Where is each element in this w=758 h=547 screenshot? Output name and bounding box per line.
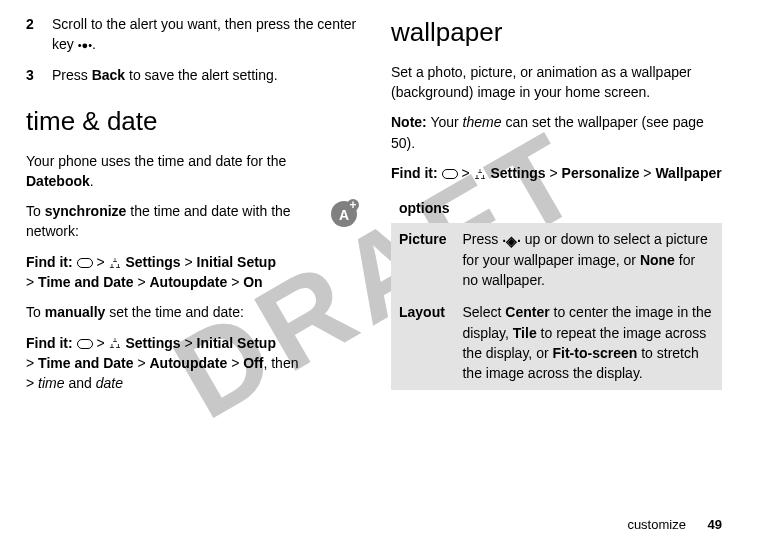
settings-icon: ⛼ <box>109 257 122 270</box>
date-placeholder: date <box>96 375 123 391</box>
find-it-wallpaper: Find it: > ⛼ Settings > Personalize > Wa… <box>391 163 722 183</box>
personalize-label: Personalize <box>562 165 640 181</box>
table-row: Layout Select Center to center the image… <box>391 296 722 389</box>
step-text: Scroll to the alert you want, then press… <box>52 14 357 55</box>
text: . <box>92 36 96 52</box>
gt: > <box>461 165 469 181</box>
text: . <box>90 173 94 189</box>
time-placeholder: time <box>38 375 64 391</box>
center-label: Center <box>505 304 549 320</box>
gt: > <box>550 165 558 181</box>
text: to save the alert setting. <box>125 67 278 83</box>
gt: > <box>185 335 193 351</box>
gt: > <box>26 355 34 371</box>
find-it-label: Find it: <box>26 335 73 351</box>
autoupdate-label: Autoupdate <box>149 274 227 290</box>
gt: > <box>96 254 104 270</box>
fit-to-screen-label: Fit-to-screen <box>552 345 637 361</box>
page-content: 2 Scroll to the alert you want, then pre… <box>0 0 758 418</box>
section-name: customize <box>627 517 686 532</box>
right-column: wallpaper Set a photo, picture, or anima… <box>391 14 722 404</box>
initial-setup-label: Initial Setup <box>197 335 276 351</box>
text: Your phone uses the time and date for th… <box>26 153 286 169</box>
wallpaper-heading: wallpaper <box>391 14 722 52</box>
layout-desc: Select Center to center the image in the… <box>454 296 722 389</box>
gt: > <box>26 274 34 290</box>
layout-key: Layout <box>391 296 454 389</box>
menu-key-icon <box>77 339 93 349</box>
gt: > <box>96 335 104 351</box>
page-number: 49 <box>708 517 722 532</box>
datebook-label: Datebook <box>26 173 90 189</box>
settings-label: Settings <box>125 335 180 351</box>
step-3: 3 Press Back to save the alert setting. <box>26 65 357 85</box>
gt: > <box>231 274 239 290</box>
table-row: Picture Press ·◈· up or down to select a… <box>391 223 722 296</box>
initial-setup-label: Initial Setup <box>197 254 276 270</box>
time-and-date-label: Time and Date <box>38 355 133 371</box>
time-date-intro: Your phone uses the time and date for th… <box>26 151 357 192</box>
text: Press <box>462 231 502 247</box>
off-label: Off <box>243 355 263 371</box>
left-column: 2 Scroll to the alert you want, then pre… <box>26 14 357 404</box>
wallpaper-label: Wallpaper <box>655 165 721 181</box>
menu-key-icon <box>77 258 93 268</box>
text: Press <box>52 67 92 83</box>
time-and-date-label: Time and Date <box>38 274 133 290</box>
manually-word: manually <box>45 304 106 320</box>
page-footer: customize 49 <box>627 516 722 535</box>
text: Your <box>427 114 463 130</box>
network-feature-icon: A <box>331 201 357 227</box>
center-key-icon: •●• <box>78 40 92 51</box>
step-number: 2 <box>26 14 40 55</box>
wallpaper-note: Note: Your theme can set the wallpaper (… <box>391 112 722 153</box>
settings-icon: ⛼ <box>474 168 487 181</box>
gt: > <box>231 355 239 371</box>
gt: > <box>643 165 651 181</box>
options-header: options <box>391 193 722 223</box>
menu-key-icon <box>442 169 458 179</box>
text: set the time and date: <box>105 304 244 320</box>
note-label: Note: <box>391 114 427 130</box>
find-it-autoupdate-on: Find it: > ⛼ Settings > Initial Setup > … <box>26 252 357 293</box>
none-label: None <box>640 252 675 268</box>
options-table: options Picture Press ·◈· up or down to … <box>391 193 722 389</box>
theme-word: theme <box>463 114 502 130</box>
settings-icon: ⛼ <box>109 337 122 350</box>
options-header-row: options <box>391 193 722 223</box>
on-label: On <box>243 274 262 290</box>
picture-key: Picture <box>391 223 454 296</box>
find-it-autoupdate-off: Find it: > ⛼ Settings > Initial Setup > … <box>26 333 357 394</box>
manually-paragraph: To manually set the time and date: <box>26 302 357 322</box>
gt: > <box>26 375 34 391</box>
settings-label: Settings <box>125 254 180 270</box>
autoupdate-label: Autoupdate <box>149 355 227 371</box>
picture-desc: Press ·◈· up or down to select a picture… <box>454 223 722 296</box>
wallpaper-intro: Set a photo, picture, or animation as a … <box>391 62 722 103</box>
text: To <box>26 203 45 219</box>
find-it-label: Find it: <box>26 254 73 270</box>
synchronize-paragraph: A To synchronize the time and date with … <box>26 201 357 242</box>
step-2: 2 Scroll to the alert you want, then pre… <box>26 14 357 55</box>
gt: > <box>137 355 145 371</box>
step-text: Press Back to save the alert setting. <box>52 65 357 85</box>
nav-key-icon: ·◈· <box>502 234 521 248</box>
text: Select <box>462 304 505 320</box>
tile-label: Tile <box>513 325 537 341</box>
time-date-heading: time & date <box>26 103 357 141</box>
synchronize-word: synchronize <box>45 203 127 219</box>
text: Scroll to the alert you want, then press… <box>52 16 356 52</box>
step-number: 3 <box>26 65 40 85</box>
gt: > <box>137 274 145 290</box>
back-key-label: Back <box>92 67 125 83</box>
and-text: and <box>65 375 96 391</box>
gt: > <box>185 254 193 270</box>
text: To <box>26 304 45 320</box>
settings-label: Settings <box>490 165 545 181</box>
then-text: , then <box>263 355 298 371</box>
find-it-label: Find it: <box>391 165 438 181</box>
